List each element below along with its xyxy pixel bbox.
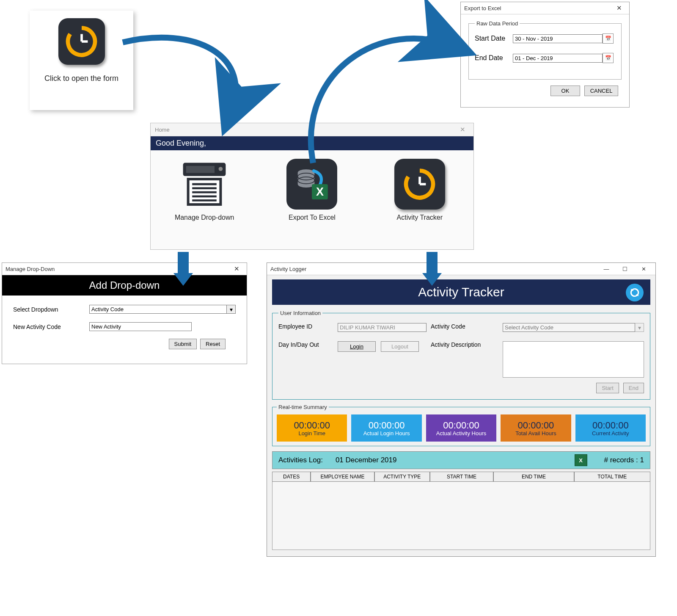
realtime-box: 00:00:00Actual Login Hours <box>351 414 421 442</box>
reset-button[interactable]: Reset <box>200 339 226 349</box>
new-activity-input[interactable] <box>89 322 192 331</box>
svg-rect-3 <box>186 166 215 173</box>
chevron-down-icon[interactable]: ▾ <box>635 323 644 332</box>
export-dialog: Export to Excel ✕ Raw Data Period Start … <box>460 2 630 108</box>
svg-text:X: X <box>316 185 324 198</box>
start-button[interactable]: Start <box>596 383 619 393</box>
greeting-bar: Good Evening, <box>151 136 473 150</box>
logger-header: Activity Tracker <box>272 279 650 305</box>
log-table-header: DATESEMPLOYEE NAMEACTIVITY TYPESTART TIM… <box>272 472 650 482</box>
log-date: 01 December 2019 <box>336 456 397 464</box>
export-titlebar: Export to Excel ✕ <box>461 2 629 14</box>
clock-icon <box>403 167 437 201</box>
refresh-icon <box>629 287 640 298</box>
home-titlebar: Home ✕ <box>151 123 473 136</box>
launcher-card: Click to open the form <box>30 11 133 110</box>
ok-button[interactable]: OK <box>550 86 580 96</box>
realtime-box: 00:00:00Total Avail Hours <box>501 414 571 442</box>
column-header: EMPLOYEE NAME <box>311 472 374 482</box>
employee-id-field <box>338 323 427 332</box>
user-info-group: User Information <box>278 310 322 316</box>
tile-activity-tracker[interactable]: Activity Tracker <box>384 159 456 221</box>
tile-label: Activity Tracker <box>397 214 443 221</box>
realtime-box: 00:00:00Login Time <box>277 414 347 442</box>
log-label: Activities Log: <box>278 456 323 464</box>
logout-button[interactable]: Logout <box>381 341 419 352</box>
manage-title: Manage Drop-Down <box>6 266 55 272</box>
tile-export-excel[interactable]: X Export To Excel <box>276 159 348 221</box>
realtime-row: 00:00:00Login Time00:00:00Actual Login H… <box>277 414 646 442</box>
submit-button[interactable]: Submit <box>169 339 197 349</box>
excel-export-icon[interactable]: X <box>575 454 587 466</box>
refresh-button[interactable] <box>626 284 644 301</box>
close-icon[interactable]: ✕ <box>234 265 243 273</box>
cancel-button[interactable]: CANCEL <box>584 86 618 96</box>
logger-titlebar: Activity Logger — ☐ ✕ <box>267 263 655 275</box>
realtime-box: 00:00:00Current Activity <box>575 414 646 442</box>
end-button[interactable]: End <box>623 383 644 393</box>
export-title: Export to Excel <box>464 5 501 11</box>
chevron-down-icon[interactable]: ▾ <box>227 305 236 314</box>
log-table-body <box>272 482 650 550</box>
home-title: Home <box>155 127 170 133</box>
tile-label: Export To Excel <box>289 214 336 221</box>
app-logo-icon[interactable] <box>58 18 105 65</box>
clock-icon <box>65 25 99 58</box>
export-group-label: Raw Data Period <box>475 20 520 27</box>
minimize-icon[interactable]: — <box>598 264 615 273</box>
svg-point-4 <box>219 167 223 171</box>
calendar-icon[interactable]: 📅 <box>603 53 614 63</box>
launcher-caption: Click to open the form <box>30 74 133 83</box>
realtime-group: Real-time Summary <box>277 404 329 410</box>
manage-titlebar: Manage Drop-Down ✕ <box>2 263 247 275</box>
close-icon[interactable]: ✕ <box>635 264 652 273</box>
printer-icon <box>179 159 230 210</box>
day-in-out-label: Day In/Day Out <box>278 341 338 348</box>
activity-desc-label: Activity Description <box>431 341 503 348</box>
home-window: Home ✕ Good Evening, Manage Drop-down <box>150 123 474 250</box>
start-date-input[interactable] <box>513 34 603 43</box>
records-count: # records : 1 <box>604 456 644 464</box>
close-icon[interactable]: ✕ <box>616 4 626 12</box>
db-excel-icon: X <box>293 165 331 203</box>
column-header: END TIME <box>493 472 574 482</box>
start-date-label: Start Date <box>475 35 513 42</box>
tile-manage-dropdown[interactable]: Manage Drop-down <box>168 159 240 221</box>
manage-header: Add Drop-down <box>2 275 247 296</box>
logger-header-text: Activity Tracker <box>418 285 504 299</box>
realtime-box: 00:00:00Actual Activity Hours <box>426 414 496 442</box>
column-header: DATES <box>272 472 311 482</box>
login-button[interactable]: Login <box>338 341 376 352</box>
calendar-icon[interactable]: 📅 <box>603 33 614 44</box>
manage-dropdown-window: Manage Drop-Down ✕ Add Drop-down Select … <box>2 262 247 364</box>
tile-label: Manage Drop-down <box>175 214 234 221</box>
select-dropdown-label: Select Dropdown <box>13 306 89 313</box>
end-date-label: End Date <box>475 54 513 62</box>
activity-code-label: Activity Code <box>431 323 503 330</box>
activities-log-bar: Activities Log: 01 December 2019 X # rec… <box>272 451 650 469</box>
maximize-icon[interactable]: ☐ <box>616 264 633 273</box>
select-dropdown-field[interactable] <box>89 305 227 314</box>
logger-title: Activity Logger <box>270 266 306 272</box>
column-header: ACTIVITY TYPE <box>374 472 430 482</box>
employee-id-label: Employee ID <box>278 323 338 330</box>
end-date-input[interactable] <box>513 54 603 63</box>
new-activity-label: New Activity Code <box>13 323 89 330</box>
close-icon[interactable]: ✕ <box>460 126 469 133</box>
activity-logger-window: Activity Logger — ☐ ✕ Activity Tracker U… <box>267 262 656 557</box>
activity-code-select[interactable] <box>503 323 635 332</box>
activity-desc-input[interactable] <box>503 341 644 378</box>
column-header: TOTAL TIME <box>574 472 650 482</box>
column-header: START TIME <box>430 472 494 482</box>
